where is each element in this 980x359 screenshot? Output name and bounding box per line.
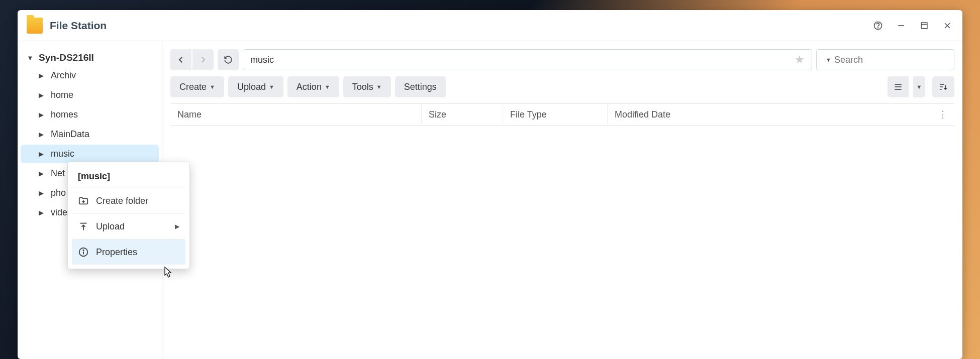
- info-icon: [78, 247, 89, 258]
- window-title: File Station: [50, 20, 872, 32]
- sidebar-item-home[interactable]: ▶ home: [21, 86, 159, 104]
- context-item-label: Upload: [96, 221, 125, 232]
- chevron-down-icon: ▼: [210, 84, 215, 90]
- chevron-down-icon: ▼: [376, 84, 382, 90]
- chevron-right-icon: ▶: [38, 91, 45, 99]
- search-bar[interactable]: ▼: [816, 49, 954, 70]
- nav-toolbar: music ★ ▼: [170, 49, 954, 70]
- search-input[interactable]: [834, 55, 951, 65]
- create-folder-icon: [78, 195, 89, 206]
- sidebar-item-label: pho: [51, 188, 66, 198]
- upload-icon: [78, 221, 89, 232]
- chevron-down-icon[interactable]: ▼: [826, 57, 831, 63]
- upload-button[interactable]: Upload▼: [228, 76, 283, 97]
- settings-button[interactable]: Settings: [395, 76, 446, 97]
- help-button[interactable]: [872, 20, 884, 32]
- forward-button[interactable]: [192, 49, 214, 70]
- app-folder-icon: [27, 18, 43, 34]
- context-properties[interactable]: Properties: [72, 240, 185, 265]
- context-upload[interactable]: Upload ▶: [72, 214, 185, 240]
- chevron-right-icon: ▶: [38, 72, 45, 79]
- chevron-right-icon: ▶: [38, 209, 45, 216]
- svg-point-1: [878, 27, 878, 28]
- action-toolbar: Create▼ Upload▼ Action▼ Tools▼ Settings: [170, 76, 954, 97]
- sidebar-item-archiv[interactable]: ▶ Archiv: [21, 66, 159, 85]
- svg-rect-3: [921, 23, 927, 29]
- sidebar-item-label: vide: [51, 207, 67, 218]
- sidebar-item-label: Net: [51, 168, 65, 179]
- minimize-button[interactable]: [895, 20, 907, 32]
- context-create-folder[interactable]: Create folder: [72, 188, 185, 214]
- chevron-down-icon: ▼: [27, 54, 34, 62]
- path-text: music: [250, 55, 274, 65]
- tools-button[interactable]: Tools▼: [343, 76, 391, 97]
- chevron-right-icon: ▶: [38, 189, 45, 197]
- favorite-star-icon[interactable]: ★: [795, 53, 805, 66]
- window-controls: [872, 20, 953, 32]
- svg-point-21: [83, 250, 83, 251]
- chevron-right-icon: ▶: [38, 131, 45, 138]
- sidebar-item-label: homes: [51, 109, 78, 120]
- chevron-right-icon: ▶: [38, 111, 45, 118]
- context-menu: [music] Create folder Upload ▶ Propertie…: [67, 162, 190, 269]
- col-modified[interactable]: Modified Date: [608, 104, 931, 125]
- sidebar-item-homes[interactable]: ▶ homes: [21, 105, 159, 124]
- col-type[interactable]: File Type: [503, 104, 608, 125]
- titlebar: File Station: [18, 10, 962, 41]
- sidebar-item-label: Archiv: [51, 70, 76, 81]
- action-button[interactable]: Action▼: [287, 76, 339, 97]
- context-item-label: Properties: [96, 247, 137, 258]
- context-item-label: Create folder: [96, 196, 148, 206]
- list-view-button[interactable]: [888, 76, 909, 97]
- view-dropdown[interactable]: ▼: [913, 76, 925, 97]
- main-panel: music ★ ▼ Create▼ Upload▼ Action▼: [162, 41, 962, 359]
- col-name[interactable]: Name: [170, 104, 422, 125]
- close-button[interactable]: [941, 20, 953, 32]
- chevron-right-icon: ▶: [38, 150, 45, 158]
- chevron-right-icon: ▶: [175, 223, 179, 230]
- sort-button[interactable]: [932, 76, 954, 97]
- col-options[interactable]: ⋮: [931, 104, 954, 125]
- back-button[interactable]: [170, 49, 191, 70]
- tree-root[interactable]: ▼ Syn-DS216II: [21, 50, 159, 65]
- root-label: Syn-DS216II: [39, 52, 94, 63]
- sidebar-item-label: music: [51, 149, 74, 159]
- sidebar-item-label: home: [51, 90, 73, 100]
- refresh-button[interactable]: [218, 49, 239, 70]
- chevron-down-icon: ▼: [325, 84, 330, 90]
- table-header: Name Size File Type Modified Date ⋮: [170, 103, 954, 126]
- maximize-button[interactable]: [918, 20, 930, 32]
- chevron-right-icon: ▶: [38, 170, 45, 177]
- col-size[interactable]: Size: [422, 104, 503, 125]
- context-menu-header: [music]: [72, 164, 185, 188]
- path-bar[interactable]: music ★: [243, 49, 812, 70]
- sidebar-item-label: MainData: [51, 129, 89, 140]
- sidebar-item-maindata[interactable]: ▶ MainData: [21, 125, 159, 144]
- create-button[interactable]: Create▼: [170, 76, 224, 97]
- sidebar-item-music[interactable]: ▶ music: [21, 145, 159, 163]
- chevron-down-icon: ▼: [269, 84, 274, 90]
